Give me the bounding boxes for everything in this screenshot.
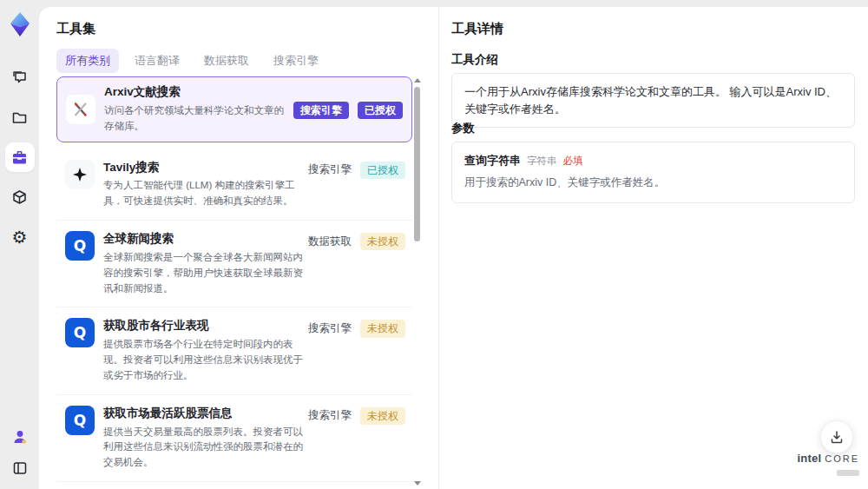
tool-details-panel: 工具详情 工具介绍 一个用于从Arxiv存储库搜索科学论文和文章的工具。 输入可… (439, 7, 868, 489)
stock-logo-icon: Q (65, 406, 95, 435)
tool-desc: 访问各个研究领域大量科学论文和文章的存储库。 (104, 103, 293, 135)
param-desc: 用于搜索的Arxiv ID、关键字或作者姓名。 (464, 175, 842, 190)
app-logo-icon[interactable] (7, 10, 33, 38)
folder-icon[interactable] (5, 102, 35, 132)
tool-desc: 提供当天交易量最高的股票列表。投资者可以利用这些信息来识别流动性强的股票和潜在的… (103, 425, 307, 471)
param-required-badge: 必填 (563, 155, 583, 168)
tab-data-fetch[interactable]: 数据获取 (195, 49, 258, 73)
list-scrollbar[interactable] (413, 76, 421, 487)
category-label: 搜索引擎 (308, 408, 352, 423)
stock-logo-icon: Q (65, 318, 95, 347)
category-label: 搜索引擎 (308, 321, 352, 336)
news-logo-icon: Q (65, 231, 95, 261)
params-heading: 参数 (451, 121, 475, 136)
auth-badge: 已授权 (358, 102, 403, 119)
tool-item-global-news[interactable]: Q 全球新闻搜索 全球新闻搜索是一个聚合全球各大新闻网站内容的搜索引擎，帮助用户… (56, 221, 412, 307)
sidebar: ⚙ (0, 0, 39, 489)
intro-text: 一个用于从Arxiv存储库搜索科学论文和文章的工具。 输入可以是Arxiv ID… (464, 85, 837, 116)
scrollbar-thumb[interactable] (414, 87, 420, 241)
cube-icon[interactable] (5, 182, 35, 212)
category-label: 数据获取 (308, 235, 352, 249)
tool-item-most-active-stocks[interactable]: Q 获取市场最活跃股票信息 提供当天交易量最高的股票列表。投资者可以利用这些信息… (56, 395, 412, 482)
category-badge: 搜索引擎 (293, 102, 349, 119)
auth-badge: 未授权 (360, 233, 405, 250)
collapse-panel-icon[interactable] (8, 456, 32, 480)
settings-gear-icon[interactable]: ⚙ (5, 222, 35, 252)
tab-search-engine[interactable]: 搜索引擎 (265, 49, 327, 73)
tool-item-sector-performance[interactable]: Q 获取股市各行业表现 提供股票市场各个行业在特定时间段内的表现。投资者可以利用… (56, 307, 412, 394)
intel-sub-badge (837, 470, 859, 476)
auth-badge: 已授权 (360, 162, 405, 179)
intro-box: 一个用于从Arxiv存储库搜索科学论文和文章的工具。 输入可以是Arxiv ID… (451, 73, 855, 128)
category-tabs: 所有类别 语言翻译 数据获取 搜索引擎 (56, 49, 327, 73)
intro-heading: 工具介绍 (451, 52, 498, 68)
tool-item-tavily[interactable]: Tavily搜索 专为人工智能代理 (LLM) 构建的搜索引擎工具，可快速提供实… (56, 149, 412, 221)
param-name: 查询字符串 (464, 153, 521, 169)
user-avatar-icon[interactable] (8, 425, 32, 449)
auth-badge: 未授权 (360, 320, 405, 337)
tool-desc: 提供股票市场各个行业在特定时间段内的表现。投资者可以利用这些信息来识别表现优于或… (103, 337, 307, 383)
download-icon (830, 430, 844, 444)
toolbox-icon[interactable] (5, 142, 35, 172)
details-title: 工具详情 (451, 21, 503, 37)
tool-desc: 专为人工智能代理 (LLM) 构建的搜索引擎工具，可快速提供实时、准确和真实的结… (103, 178, 307, 209)
core-wordmark: CORE (825, 453, 859, 464)
tool-list: Arxiv文献搜索 访问各个研究领域大量科学论文和文章的存储库。 搜索引擎 已授… (56, 76, 412, 489)
tool-name: 全球新闻搜索 (103, 231, 307, 248)
sidebar-nav: ⚙ (5, 63, 35, 252)
scroll-down-arrow-icon[interactable] (414, 481, 421, 486)
tool-name: Tavily搜索 (103, 160, 307, 176)
intel-wordmark: intel (797, 452, 821, 465)
download-button[interactable] (820, 420, 853, 453)
tab-all-categories[interactable]: 所有类别 (56, 49, 119, 73)
category-label: 搜索引擎 (308, 162, 352, 177)
auth-badge: 未授权 (360, 407, 405, 425)
tool-item-regional-news[interactable]: 万维地区新闻查询 查询具体行政区划内的新闻，快速了解各地新闻动态 搜索引擎 未授… (56, 482, 412, 489)
tool-name: 获取市场最活跃股票信息 (103, 406, 307, 422)
tool-name: Arxiv文献搜索 (104, 84, 293, 101)
tavily-star-icon (65, 160, 95, 189)
tool-item-arxiv[interactable]: Arxiv文献搜索 访问各个研究领域大量科学论文和文章的存储库。 搜索引擎 已授… (56, 76, 412, 142)
tab-language-translation[interactable]: 语言翻译 (126, 49, 188, 73)
tool-desc: 全球新闻搜索是一个聚合全球各大新闻网站内容的搜索引擎，帮助用户快速获取全球最新资… (103, 250, 307, 296)
chat-icon[interactable] (5, 63, 35, 92)
tool-list-panel: 工具集 所有类别 语言翻译 数据获取 搜索引擎 Arxiv文献搜索 (39, 7, 438, 489)
tool-name: 获取股市各行业表现 (103, 318, 307, 334)
main-content: 工具集 所有类别 语言翻译 数据获取 搜索引擎 Arxiv文献搜索 (39, 7, 868, 489)
page-title: 工具集 (56, 21, 95, 37)
param-type: 字符串 (527, 155, 557, 168)
intel-core-logo: intelCORE (797, 451, 859, 479)
scroll-up-arrow-icon[interactable] (414, 78, 421, 83)
param-box: 查询字符串 字符串 必填 用于搜索的Arxiv ID、关键字或作者姓名。 (451, 142, 855, 203)
arxiv-logo-icon (66, 95, 95, 124)
